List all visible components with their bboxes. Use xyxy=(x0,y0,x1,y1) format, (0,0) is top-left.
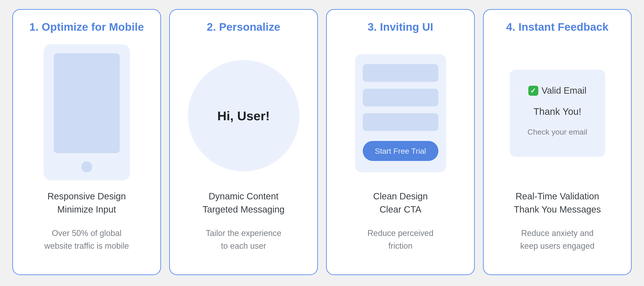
card-instant-feedback: 4. Instant Feedback ✓ Valid Email Thank … xyxy=(483,9,632,275)
card-bullets: Dynamic Content Targeted Messaging xyxy=(202,190,284,216)
tablet-home-button-icon xyxy=(81,161,92,172)
form-field-placeholder xyxy=(363,113,438,131)
form-field-placeholder xyxy=(363,89,438,106)
form-mock: Start Free Trial xyxy=(355,54,446,172)
bullet-line: Thank You Messages xyxy=(514,203,601,216)
card-caption: Reduce anxiety and keep users engaged xyxy=(520,227,594,252)
check-icon: ✓ xyxy=(528,86,538,96)
caption-line: Reduce perceived xyxy=(367,227,433,240)
card-title: 2. Personalize xyxy=(207,21,280,33)
valid-email-label: Valid Email xyxy=(542,86,586,96)
caption-line: Reduce anxiety and xyxy=(520,227,594,240)
bullet-line: Targeted Messaging xyxy=(202,203,284,216)
cards-row: 1. Optimize for Mobile Responsive Design… xyxy=(0,0,644,284)
caption-line: website traffic is mobile xyxy=(44,240,129,252)
thank-you-text: Thank You! xyxy=(533,106,581,117)
bullet-line: Minimize Input xyxy=(47,203,126,216)
card-title: 1. Optimize for Mobile xyxy=(30,21,144,33)
illustration-feedback: ✓ Valid Email Thank You! Check your emai… xyxy=(492,40,623,185)
caption-line: Tailor the experience xyxy=(206,227,281,240)
card-caption: Tailor the experience to each user xyxy=(206,227,281,252)
card-bullets: Responsive Design Minimize Input xyxy=(47,190,126,216)
caption-line: Over 50% of global xyxy=(44,227,129,240)
feedback-mock: ✓ Valid Email Thank You! Check your emai… xyxy=(510,70,605,157)
illustration-tablet xyxy=(21,40,152,185)
card-bullets: Clean Design Clear CTA xyxy=(373,190,428,216)
card-inviting-ui: 3. Inviting UI Start Free Trial Clean De… xyxy=(326,9,475,275)
cta-button: Start Free Trial xyxy=(363,141,438,161)
card-caption: Over 50% of global website traffic is mo… xyxy=(44,227,129,252)
illustration-greeting: Hi, User! xyxy=(178,40,309,185)
cta-label: Start Free Trial xyxy=(375,147,426,155)
illustration-form: Start Free Trial xyxy=(335,40,466,185)
bullet-line: Clean Design xyxy=(373,190,428,203)
check-email-text: Check your email xyxy=(528,128,587,137)
greeting-text: Hi, User! xyxy=(217,109,270,123)
card-title: 3. Inviting UI xyxy=(368,21,433,33)
form-field-placeholder xyxy=(363,64,438,82)
caption-line: friction xyxy=(367,240,433,252)
card-personalize: 2. Personalize Hi, User! Dynamic Content… xyxy=(169,9,318,275)
card-title: 4. Instant Feedback xyxy=(506,21,608,33)
valid-email-line: ✓ Valid Email xyxy=(528,86,586,96)
card-bullets: Real-Time Validation Thank You Messages xyxy=(514,190,601,216)
greeting-circle: Hi, User! xyxy=(188,60,300,171)
bullet-line: Clear CTA xyxy=(373,203,428,216)
tablet-frame xyxy=(44,44,130,180)
caption-line: to each user xyxy=(206,240,281,252)
bullet-line: Dynamic Content xyxy=(202,190,284,203)
bullet-line: Real-Time Validation xyxy=(514,190,601,203)
caption-line: keep users engaged xyxy=(520,240,594,252)
bullet-line: Responsive Design xyxy=(47,190,126,203)
card-optimize-mobile: 1. Optimize for Mobile Responsive Design… xyxy=(12,9,161,275)
tablet-screen xyxy=(54,53,120,153)
card-caption: Reduce perceived friction xyxy=(367,227,433,252)
